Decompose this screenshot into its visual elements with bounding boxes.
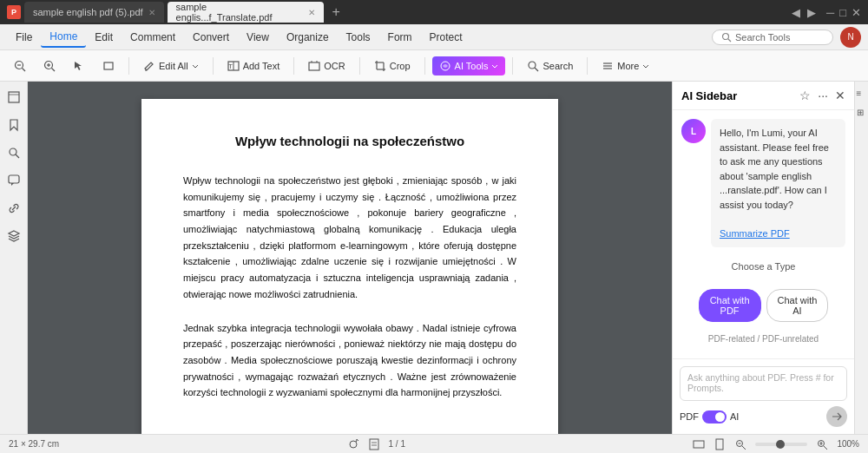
ai-toggle-label: AI [730, 411, 739, 422]
right-panel-icon1[interactable]: ≡ [857, 89, 867, 99]
ai-send-btn[interactable] [826, 406, 847, 427]
chat-with-pdf-btn[interactable]: Chat withPDF [699, 289, 761, 322]
tab-label: sample english pdf (5).pdf [33, 7, 143, 17]
tab-pdf1[interactable]: sample english pdf (5).pdf ✕ [24, 2, 164, 23]
tab-close-2[interactable]: ✕ [308, 8, 315, 17]
tab-pdf2[interactable]: sample englis...f_Translate.pdf ✕ [168, 2, 324, 23]
sidebar-search-icon[interactable] [5, 144, 23, 161]
tab-close-1[interactable]: ✕ [148, 8, 155, 17]
menu-organize[interactable]: Organize [278, 28, 338, 47]
search-toolbar-icon [527, 60, 539, 72]
crop-label: Crop [390, 61, 411, 71]
svg-rect-10 [104, 62, 113, 69]
menu-edit[interactable]: Edit [86, 28, 122, 47]
svg-line-24 [535, 68, 538, 71]
more-btn[interactable]: More [595, 56, 656, 76]
zoom-in-status-icon[interactable] [816, 438, 828, 450]
status-right: 100% [693, 438, 859, 450]
ai-greeting-message: Hello, I'm Lumi, your AI assistant. Plea… [711, 119, 845, 247]
zoom-thumb [776, 440, 785, 449]
ai-close-icon[interactable]: ✕ [835, 89, 845, 102]
svg-line-3 [23, 68, 26, 71]
svg-line-31 [16, 154, 19, 158]
chat-with-ai-btn[interactable]: Chat withAI [766, 289, 829, 322]
add-text-btn[interactable]: T Add Text [220, 56, 287, 76]
toolbar-divider-5 [424, 57, 425, 75]
sidebar-comment-icon[interactable] [5, 172, 23, 189]
tab-bar: P sample english pdf (5).pdf ✕ sample en… [0, 0, 868, 24]
svg-rect-39 [716, 439, 723, 450]
zoom-slider[interactable] [755, 443, 807, 446]
ai-star-icon[interactable]: ☆ [799, 89, 811, 102]
close-btn[interactable]: ✕ [852, 6, 861, 19]
user-avatar[interactable]: N [840, 27, 861, 48]
menu-protect[interactable]: Protect [421, 28, 471, 47]
menu-bar: File Home Edit Comment Convert View Orga… [0, 24, 868, 50]
zoom-out-btn[interactable] [7, 56, 33, 76]
ocr-btn[interactable]: OCR [301, 56, 352, 76]
svg-point-34 [350, 441, 357, 448]
menu-view[interactable]: View [238, 28, 278, 47]
search-tools-box[interactable]: Search Tools [712, 30, 833, 45]
status-doc-icon[interactable] [368, 438, 380, 450]
menu-file[interactable]: File [7, 28, 41, 47]
sidebar-bookmark-icon[interactable] [5, 116, 23, 134]
select-tool-btn[interactable] [66, 56, 92, 76]
ai-pdf-related-label: PDF-related / PDF-unrelated [681, 334, 845, 349]
sidebar-link-icon[interactable] [5, 200, 23, 217]
ai-input-box[interactable]: Ask anything about PDF. Press # for Prom… [680, 366, 847, 401]
new-tab-button[interactable]: + [327, 4, 345, 20]
menu-form[interactable]: Form [379, 28, 421, 47]
svg-rect-32 [9, 175, 19, 183]
minimize-btn[interactable]: ─ [826, 6, 834, 19]
ai-sidebar-header: AI Sidebar ☆ ··· ✕ [673, 82, 854, 110]
search-label: Search [542, 61, 573, 71]
fit-page-icon[interactable] [713, 438, 726, 450]
zoom-in-btn[interactable] [36, 56, 62, 76]
sidebar-layers-icon[interactable] [5, 227, 23, 245]
search-icon [721, 32, 732, 43]
svg-rect-38 [694, 441, 704, 448]
ai-body: L Hello, I'm Lumi, your AI assistant. Pl… [673, 110, 854, 358]
main-content: Wpływ technologii na społeczeństwo Wpływ… [0, 82, 868, 434]
right-panel-icon2[interactable]: ⊞ [857, 108, 867, 118]
send-icon [832, 411, 842, 422]
status-rotate-icon[interactable] [347, 438, 359, 450]
ai-sidebar: AI Sidebar ☆ ··· ✕ L Hello, I'm Lumi, yo… [672, 82, 854, 434]
pdf-toggle[interactable] [702, 410, 727, 423]
select-icon [73, 60, 85, 72]
more-dropdown-icon [642, 62, 649, 69]
svg-point-0 [723, 33, 729, 39]
more-label: More [617, 61, 639, 71]
zoom-out-status-icon[interactable] [734, 438, 746, 450]
zoom-level: 100% [837, 439, 859, 449]
nav-forward-icon[interactable]: ▶ [807, 6, 816, 19]
rectangle-btn[interactable] [95, 56, 122, 76]
ocr-label: OCR [324, 61, 345, 71]
menu-home[interactable]: Home [41, 27, 86, 48]
ai-tools-btn[interactable]: AI Tools [432, 56, 506, 76]
pdf-area: Wpływ technologii na społeczeństwo Wpływ… [28, 82, 672, 434]
menu-tools[interactable]: Tools [338, 28, 379, 47]
edit-all-btn[interactable]: Edit All [136, 56, 206, 76]
search-btn[interactable]: Search [520, 56, 580, 76]
summarize-link[interactable]: Summarize PDF [720, 228, 790, 239]
sidebar-thumbnail-icon[interactable] [5, 89, 23, 106]
restore-btn[interactable]: □ [839, 6, 846, 19]
toolbar-divider-2 [213, 57, 214, 75]
ai-more-icon[interactable]: ··· [818, 89, 828, 102]
svg-rect-28 [9, 92, 19, 102]
nav-back-icon[interactable]: ◀ [792, 6, 800, 19]
toolbar-divider-6 [512, 57, 513, 75]
edit-all-label: Edit All [159, 61, 188, 71]
svg-marker-9 [75, 62, 82, 70]
pdf-para1: Wpływ technologii na społeczeństwo jest … [183, 173, 516, 303]
crop-btn[interactable]: Crop [367, 56, 418, 76]
toolbar-divider-3 [293, 57, 294, 75]
page-dimensions: 21 × 29.7 cm [9, 439, 59, 449]
ocr-icon [308, 60, 320, 72]
menu-convert[interactable]: Convert [184, 28, 238, 47]
menu-comment[interactable]: Comment [122, 28, 184, 47]
fit-width-icon[interactable] [693, 438, 705, 450]
ai-message-row: L Hello, I'm Lumi, your AI assistant. Pl… [681, 119, 845, 247]
